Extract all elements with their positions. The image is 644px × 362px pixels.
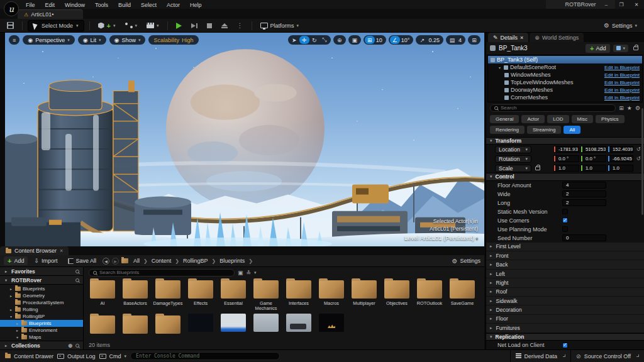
tree-item-blueprints[interactable]: ▸Blueprints bbox=[0, 285, 83, 292]
filter-chip-lod[interactable]: LOD bbox=[547, 115, 569, 123]
surface-snapping[interactable]: ▣ bbox=[350, 36, 360, 44]
grid-snap-toggle[interactable]: ⊞ bbox=[365, 36, 375, 44]
content-browser-tab[interactable]: Content Browser × bbox=[0, 246, 69, 255]
folder-tile-ai[interactable]: AI bbox=[86, 279, 119, 310]
control-section-header[interactable]: ▾ Control bbox=[486, 173, 644, 180]
axis-value-field[interactable]: 5108.253 bbox=[580, 146, 606, 153]
folder-tile-baseactors[interactable]: BaseActors bbox=[119, 279, 152, 310]
display-options-icon[interactable]: ⊞ bbox=[619, 105, 624, 111]
menu-help[interactable]: Help bbox=[186, 1, 206, 9]
tree-caret-icon[interactable]: ▸ bbox=[9, 287, 13, 291]
component-row[interactable]: WindowMeshesEdit in Blueprint bbox=[488, 71, 642, 79]
tree-item-proceduralsystem[interactable]: ProceduralSystem bbox=[0, 299, 83, 306]
edit-in-blueprint-link[interactable]: Edit in Blueprint bbox=[604, 95, 640, 101]
property-input[interactable]: 4 bbox=[562, 182, 606, 189]
tree-caret-icon[interactable]: ▾ bbox=[9, 314, 13, 319]
details-scrollbar[interactable] bbox=[641, 108, 643, 215]
editor-settings-dropdown[interactable]: ⚙ Settings ▾ bbox=[601, 20, 640, 31]
menu-file[interactable]: File bbox=[21, 1, 40, 9]
folder-tile-rotoutlook[interactable]: ROTOutlook bbox=[413, 279, 446, 310]
viewport-show-dropdown[interactable]: ◉Show▾ bbox=[109, 35, 146, 45]
asset-search-input[interactable] bbox=[99, 270, 230, 275]
level-viewport[interactable]: ≡ ◉Perspective▾◉Lit▾◉Show▾ Scalability H… bbox=[5, 33, 484, 246]
viewport-perspective-dropdown[interactable]: ◉Perspective▾ bbox=[23, 35, 74, 45]
camera-speed-value[interactable]: 4 bbox=[457, 37, 464, 43]
output-log-button[interactable]: Output Log bbox=[57, 353, 96, 359]
maximize-button[interactable]: ❐ bbox=[614, 0, 629, 9]
folder-tile[interactable] bbox=[152, 314, 184, 334]
folder-tile-essential[interactable]: Essential bbox=[217, 279, 250, 310]
component-row[interactable]: DoorwayMeshesEdit in Blueprint bbox=[488, 86, 642, 94]
chevron-down-icon[interactable]: ▾ bbox=[497, 65, 502, 70]
tree-caret-icon[interactable]: ▸ bbox=[9, 293, 13, 298]
axis-selector-dropdown[interactable]: Rotation▾ bbox=[495, 155, 531, 163]
filter-chip-general[interactable]: General bbox=[490, 115, 519, 123]
close-button[interactable]: ✕ bbox=[629, 0, 644, 9]
property-checkbox[interactable] bbox=[562, 226, 568, 232]
level-tab[interactable]: ⚠ ArticL01• bbox=[18, 9, 83, 19]
component-row[interactable]: BP_Tank3 (Self) bbox=[488, 56, 642, 63]
axis-value-field[interactable]: 0.0 ° bbox=[580, 155, 606, 162]
import-button[interactable]: ⇩ Import bbox=[30, 256, 61, 265]
content-browser-settings[interactable]: ⚙ Settings bbox=[452, 258, 481, 265]
add-collection-icon[interactable]: ⊕ bbox=[68, 343, 72, 349]
save-all-button[interactable]: Save All bbox=[64, 256, 101, 265]
play-options-button[interactable]: ⋮ bbox=[234, 20, 247, 31]
skip-frame-button[interactable] bbox=[188, 21, 201, 30]
reset-icon[interactable]: ↺ bbox=[635, 146, 641, 152]
stop-button[interactable] bbox=[204, 21, 215, 30]
axis-selector-dropdown[interactable]: Location▾ bbox=[495, 146, 531, 153]
asset-thumbnail[interactable] bbox=[250, 314, 282, 334]
rotate-tool[interactable]: ↻ bbox=[309, 36, 319, 44]
close-icon[interactable]: × bbox=[520, 35, 523, 41]
forward-button[interactable]: ▶ bbox=[112, 258, 119, 265]
folder-tile-effects[interactable]: Effects bbox=[184, 279, 217, 310]
folder-tile[interactable] bbox=[119, 314, 152, 334]
filter-chip-streaming[interactable]: Streaming bbox=[527, 126, 561, 134]
section-left[interactable]: ▸Left bbox=[486, 270, 644, 278]
blueprints-dropdown[interactable]: ▾ bbox=[122, 21, 141, 30]
property-checkbox[interactable] bbox=[562, 209, 568, 214]
collections-header[interactable]: ▸ Collections ⊕ bbox=[0, 341, 83, 349]
scale-snap-toggle-value[interactable]: 0.25 bbox=[427, 37, 442, 43]
back-button[interactable]: ◀ bbox=[103, 258, 109, 265]
transform-section-header[interactable]: ▾ Transform bbox=[486, 137, 644, 145]
search-icon[interactable] bbox=[75, 344, 79, 348]
details-search-input[interactable] bbox=[501, 105, 611, 111]
eject-button[interactable] bbox=[218, 21, 231, 30]
menu-edit[interactable]: Edit bbox=[41, 1, 60, 9]
derived-data-button[interactable]: Derived Data bbox=[516, 353, 566, 359]
tree-caret-icon[interactable]: ▸ bbox=[15, 321, 19, 326]
property-input[interactable]: 0 bbox=[562, 234, 606, 241]
favorites-star-icon[interactable]: ★ bbox=[627, 105, 632, 111]
component-row[interactable]: CornerMeshesEdit in Blueprint bbox=[488, 94, 642, 101]
select-mode-dropdown[interactable]: Select Mode ▾ bbox=[28, 20, 84, 31]
tab-details[interactable]: ✎Details× bbox=[488, 33, 528, 42]
asset-thumbnail[interactable] bbox=[282, 314, 315, 334]
tree-item-geometry[interactable]: ▸Geometry bbox=[0, 292, 83, 299]
tab-world-settings[interactable]: ⊕World Settings bbox=[530, 33, 584, 42]
folder-tile-interfaces[interactable]: Interfaces bbox=[282, 279, 315, 310]
breadcrumb-item-content[interactable]: Content bbox=[152, 258, 172, 264]
folder-tile-damagetypes[interactable]: DamageTypes bbox=[152, 279, 184, 310]
console-command-box[interactable] bbox=[130, 352, 280, 360]
asset-thumbnail[interactable] bbox=[315, 314, 348, 334]
tree-caret-icon[interactable]: ▾ bbox=[15, 335, 19, 339]
play-button[interactable] bbox=[173, 21, 185, 31]
edit-in-blueprint-link[interactable]: Edit in Blueprint bbox=[604, 65, 640, 70]
property-input[interactable]: 2 bbox=[562, 199, 606, 206]
property-input[interactable]: 2 bbox=[562, 190, 606, 197]
tree-item-maps[interactable]: ▾Maps bbox=[0, 334, 83, 341]
folder-tile-game-mechanics[interactable]: Game Mechanics bbox=[250, 279, 282, 310]
world-coordinate-toggle[interactable]: ⊕ bbox=[335, 36, 345, 44]
edit-in-blueprint-link[interactable]: Edit in Blueprint bbox=[604, 80, 640, 85]
save-search-icon[interactable]: ▣ bbox=[238, 270, 243, 276]
add-content-button[interactable]: + Add bbox=[4, 256, 28, 265]
blueprint-edit-dropdown[interactable]: ▾ bbox=[613, 45, 628, 52]
tree-item-rollingbp[interactable]: ▾RollingBP bbox=[0, 313, 83, 320]
filter-chip-physics[interactable]: Physics bbox=[596, 115, 625, 123]
lock-icon[interactable] bbox=[633, 47, 638, 50]
project-root-header[interactable]: ▾ ROTBRover bbox=[0, 276, 83, 285]
console-command-input[interactable] bbox=[136, 353, 274, 359]
section-first-level[interactable]: ▸First Level bbox=[486, 243, 644, 251]
